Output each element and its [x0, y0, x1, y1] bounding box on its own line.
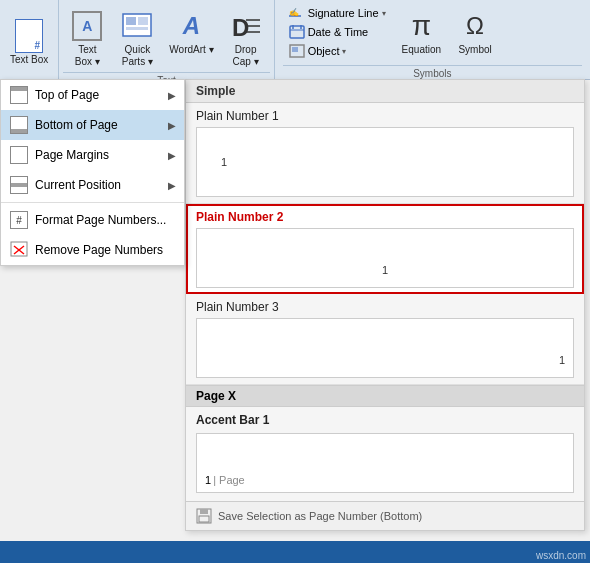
signature-line-button[interactable]: ✍ Signature Line ▾: [283, 4, 392, 22]
page-margins-arrow: ▶: [168, 150, 176, 161]
top-of-page-label: Top of Page: [35, 88, 162, 102]
accent-number-value: 1: [205, 474, 211, 486]
menu-item-bottom-of-page[interactable]: Bottom of Page ▶: [1, 110, 184, 140]
page-number-dropdown: Top of Page ▶ Bottom of Page ▶ Page Marg…: [0, 79, 185, 266]
wordart-label: WordArt ▾: [169, 44, 213, 56]
gallery-item-plain-number-2[interactable]: Plain Number 2 1: [186, 204, 584, 294]
menu-item-remove-page-numbers[interactable]: Remove Page Numbers: [1, 235, 184, 265]
accent-bar-1-preview: 1 | Page: [196, 433, 574, 493]
submenu-panel: Simple Plain Number 1 1 Plain Number 2 1…: [185, 79, 585, 531]
watermark: wsxdn.com: [536, 550, 586, 561]
equation-button[interactable]: π Equation: [396, 4, 447, 60]
page-margins-icon: [9, 145, 29, 165]
bottom-of-page-arrow: ▶: [168, 120, 176, 131]
format-icon: #: [9, 210, 29, 230]
date-time-label: Date & Time: [308, 26, 369, 38]
object-button[interactable]: Object ▾: [283, 42, 392, 60]
svg-rect-15: [292, 47, 298, 52]
submenu-header: Simple: [186, 80, 584, 103]
accent-bar-section: Accent Bar 1 1 | Page: [186, 407, 584, 501]
svg-rect-21: [199, 516, 209, 522]
bottom-of-page-icon: [9, 115, 29, 135]
current-position-label: Current Position: [35, 178, 162, 192]
menu-item-page-margins[interactable]: Page Margins ▶: [1, 140, 184, 170]
plain-number-3-value: 1: [559, 354, 565, 366]
page-x-section-label: Page X: [186, 385, 584, 407]
format-page-numbers-label: Format Page Numbers...: [35, 213, 176, 227]
gallery-item-plain-number-3[interactable]: Plain Number 3 1: [186, 294, 584, 385]
svg-text:D: D: [232, 14, 249, 41]
equation-icon: π: [403, 8, 439, 44]
plain-number-2-value: 1: [382, 264, 388, 276]
remove-page-numbers-label: Remove Page Numbers: [35, 243, 176, 257]
quick-parts-label: QuickParts ▾: [122, 44, 153, 68]
save-selection-label: Save Selection as Page Number (Bottom): [218, 510, 422, 522]
quick-parts-button[interactable]: QuickParts ▾: [113, 4, 161, 72]
plain-number-1-preview: 1: [196, 127, 574, 197]
plain-number-3-label: Plain Number 3: [196, 300, 574, 314]
svg-rect-1: [126, 17, 136, 25]
plain-number-2-label: Plain Number 2: [196, 210, 574, 224]
menu-divider: [1, 202, 184, 203]
svg-rect-16: [11, 242, 27, 256]
menu-item-format-page-numbers[interactable]: # Format Page Numbers...: [1, 205, 184, 235]
date-time-button[interactable]: Date & Time: [283, 23, 392, 41]
page-margins-label: Page Margins: [35, 148, 162, 162]
plain-number-2-preview: 1: [196, 228, 574, 288]
save-icon: [196, 508, 212, 524]
symbols-group-label: Symbols: [283, 65, 582, 79]
object-label: Object: [308, 45, 340, 57]
remove-icon: [9, 240, 29, 260]
gallery-item-plain-number-1[interactable]: Plain Number 1 1: [186, 103, 584, 204]
bottom-bar: wsxdn.com: [0, 541, 590, 563]
object-dropdown-icon: ▾: [342, 47, 346, 56]
save-selection-row[interactable]: Save Selection as Page Number (Bottom): [186, 501, 584, 530]
svg-rect-10: [290, 26, 304, 38]
menu-item-top-of-page[interactable]: Top of Page ▶: [1, 80, 184, 110]
top-of-page-arrow: ▶: [168, 90, 176, 101]
svg-rect-3: [126, 27, 148, 30]
signature-line-label: Signature Line: [308, 7, 379, 19]
page-number-button[interactable]: # Text Box: [4, 4, 54, 79]
top-of-page-icon: [9, 85, 29, 105]
accent-bar-1-label: Accent Bar 1: [196, 411, 574, 429]
bottom-of-page-label: Bottom of Page: [35, 118, 162, 132]
current-position-icon: [9, 175, 29, 195]
wordart-button[interactable]: A WordArt ▾: [163, 4, 219, 60]
menu-item-current-position[interactable]: Current Position ▶: [1, 170, 184, 200]
drop-cap-button[interactable]: D DropCap ▾: [222, 4, 270, 72]
signature-dropdown-icon: ▾: [382, 9, 386, 18]
equation-label: Equation: [402, 44, 441, 56]
quick-parts-icon: [119, 8, 155, 44]
plain-number-3-preview: 1: [196, 318, 574, 378]
plain-number-1-label: Plain Number 1: [196, 109, 574, 123]
drop-cap-label: DropCap ▾: [233, 44, 259, 68]
page-number-icon: #: [11, 18, 47, 54]
page-x-label: Page X: [196, 389, 236, 403]
text-box-icon: A: [69, 8, 105, 44]
svg-text:✍: ✍: [289, 7, 299, 17]
page-number-label: Text Box: [10, 54, 48, 66]
svg-rect-20: [200, 509, 208, 514]
current-position-arrow: ▶: [168, 180, 176, 191]
svg-rect-2: [138, 17, 148, 25]
symbol-button[interactable]: Ω Symbol: [451, 4, 499, 60]
text-box-button[interactable]: A TextBox ▾: [63, 4, 111, 72]
wordart-icon: A: [174, 8, 210, 44]
symbol-label: Symbol: [458, 44, 491, 56]
drop-cap-icon: D: [228, 8, 264, 44]
accent-pipe: | Page: [213, 474, 245, 486]
plain-number-1-value: 1: [221, 156, 227, 168]
ribbon: # Text Box A TextBox ▾: [0, 0, 590, 80]
text-box-label: TextBox ▾: [75, 44, 100, 68]
symbol-icon: Ω: [457, 8, 493, 44]
